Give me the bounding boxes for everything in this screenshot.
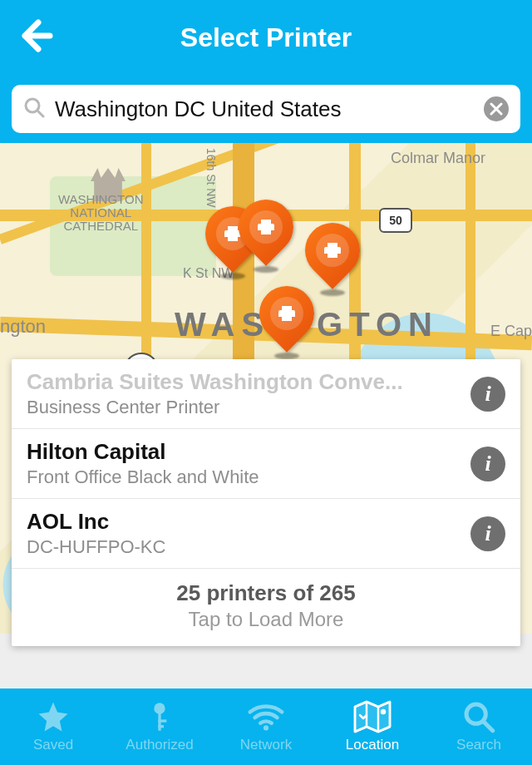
printer-row[interactable]: AOL Inc DC-HUFFPO-KC i	[12, 499, 520, 569]
map-label-16th: 16th St NW	[204, 148, 218, 208]
info-icon[interactable]: i	[470, 516, 505, 551]
svg-line-9	[485, 723, 493, 731]
svg-point-6	[264, 725, 268, 730]
app-header: Select Printer	[0, 0, 532, 75]
printer-icon	[316, 234, 349, 267]
tab-search[interactable]: Search	[426, 688, 532, 765]
tab-label: Search	[456, 737, 501, 753]
clear-search-button[interactable]	[484, 96, 509, 121]
load-more-count: 25 printers of 265	[20, 580, 512, 606]
map-printer-pin[interactable]	[305, 223, 360, 291]
printer-icon	[270, 297, 303, 330]
search-icon	[23, 96, 45, 121]
printer-results-list: Cambria Suites Washington Conve... Busin…	[12, 359, 520, 646]
printer-subtitle: Business Center Printer	[27, 397, 461, 418]
load-more-button[interactable]: 25 printers of 265 Tap to Load More	[12, 569, 520, 646]
map-printer-pin[interactable]	[239, 200, 293, 268]
printer-row[interactable]: Cambria Suites Washington Conve... Busin…	[12, 359, 520, 429]
info-icon[interactable]: i	[470, 447, 505, 481]
tab-location[interactable]: Location	[319, 688, 426, 765]
svg-rect-4	[158, 719, 166, 722]
printer-subtitle: DC-HUFFPO-KC	[27, 536, 461, 558]
search-input[interactable]	[55, 96, 474, 122]
map-label-ecap: E Cap	[490, 323, 532, 340]
load-more-hint: Tap to Load More	[20, 608, 512, 631]
printer-title: AOL Inc	[27, 509, 461, 535]
printer-icon	[249, 210, 283, 244]
svg-point-8	[466, 704, 485, 723]
tab-label: Network	[240, 737, 292, 753]
arrow-left-icon	[17, 17, 53, 54]
page-title: Select Printer	[180, 22, 352, 53]
map-shield-us50: 50	[379, 208, 412, 233]
map-label-cathedral: WASHINGTON NATIONAL CATHEDRAL	[58, 193, 144, 232]
back-button[interactable]	[17, 17, 53, 57]
map-label-ngton: ngton	[0, 316, 46, 338]
tab-saved[interactable]: Saved	[0, 688, 106, 765]
printer-subtitle: Front Office Black and White	[27, 466, 461, 488]
close-icon	[490, 102, 503, 116]
printer-row[interactable]: Hilton Capital Front Office Black and Wh…	[12, 429, 520, 499]
map-label-colmar: Colmar Manor	[391, 150, 485, 167]
svg-point-7	[382, 710, 385, 713]
search-bar[interactable]	[12, 85, 520, 133]
tab-label: Saved	[33, 737, 73, 753]
bottom-tab-bar: Saved Authorized Network Location Search	[0, 688, 532, 765]
printer-title: Hilton Capital	[27, 439, 461, 465]
map-printer-pin[interactable]	[259, 286, 314, 354]
svg-rect-5	[158, 725, 164, 728]
tab-label: Location	[346, 737, 399, 753]
tab-label: Authorized	[126, 737, 193, 753]
map-icon	[353, 700, 392, 733]
wifi-icon	[247, 700, 285, 733]
printer-title: Cambria Suites Washington Conve...	[27, 369, 461, 395]
svg-line-1	[37, 111, 43, 116]
tab-authorized[interactable]: Authorized	[106, 688, 213, 765]
star-icon	[36, 700, 71, 733]
info-icon[interactable]: i	[470, 377, 505, 412]
tab-network[interactable]: Network	[213, 688, 319, 765]
key-icon	[143, 700, 176, 733]
search-bar-container	[0, 75, 532, 143]
search-icon	[462, 700, 495, 733]
